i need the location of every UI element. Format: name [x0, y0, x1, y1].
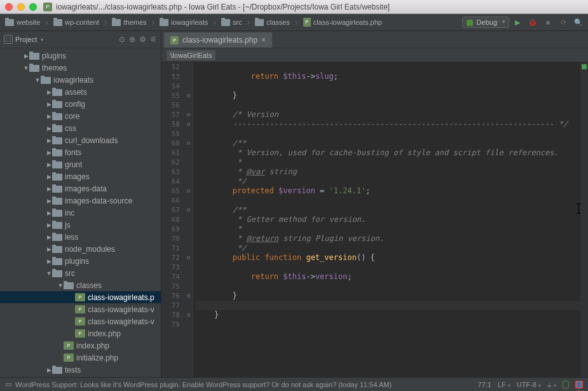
tree-folder[interactable]: less	[0, 231, 161, 243]
readonly-lock-icon[interactable]	[563, 381, 569, 388]
tree-folder[interactable]: images-data	[0, 182, 161, 195]
hide-icon[interactable]: ⚟	[150, 35, 157, 44]
tree-file[interactable]: class-iowagirleats-v	[0, 315, 161, 327]
fold-gutter[interactable]: ⊟⊟⊟⊟⊟⊟⊟⊟⊟	[184, 62, 193, 377]
context-config[interactable]: ⏚	[547, 381, 556, 388]
tree-twisty-icon[interactable]	[46, 89, 52, 95]
tree-twisty-icon[interactable]	[46, 149, 52, 156]
tree-twisty-icon[interactable]	[23, 65, 29, 71]
tree-folder[interactable]: inc	[0, 207, 161, 219]
namespace-crumb[interactable]: \IowaGirlEats	[167, 50, 215, 60]
tree-file[interactable]: index.php	[0, 340, 161, 352]
line-ending[interactable]: LF	[498, 381, 510, 388]
breadcrumb-item[interactable]: website	[3, 17, 51, 27]
folder-icon	[64, 282, 74, 289]
run-config-selector[interactable]: Debug	[462, 17, 509, 28]
tree-folder[interactable]: iowagirleats	[0, 74, 161, 86]
tree-twisty-icon[interactable]	[34, 77, 41, 83]
status-message[interactable]: WordPress Support: Looks like it's WordP…	[15, 381, 478, 388]
folder-icon	[53, 19, 62, 26]
search-button[interactable]: 🔍	[571, 15, 585, 29]
tree-twisty-icon[interactable]	[46, 137, 52, 144]
tree-folder[interactable]: css	[0, 122, 161, 134]
close-window-button[interactable]	[5, 3, 13, 11]
caret-position[interactable]: 77:1	[478, 381, 491, 388]
tree-twisty-icon[interactable]	[46, 174, 52, 180]
breadcrumb-path: websitewp-contentthemesiowagirleatssrccl…	[3, 17, 390, 27]
status-icon[interactable]: ▭	[5, 380, 11, 388]
tree-twisty-icon[interactable]	[23, 53, 29, 59]
tab-active[interactable]: P class-iowagirleats.php ×	[164, 32, 272, 48]
debug-button[interactable]: 🐞	[526, 15, 540, 29]
tree-label: config	[65, 100, 85, 109]
tree-folder[interactable]: fonts	[0, 146, 161, 158]
breadcrumb-item[interactable]: iowagirleats	[157, 17, 219, 27]
breadcrumb-item[interactable]: classes	[252, 17, 300, 27]
tree-folder[interactable]: classes	[0, 279, 161, 291]
tree-twisty-icon[interactable]	[46, 125, 52, 132]
collapse-all-icon[interactable]: ⊙	[119, 35, 125, 44]
tree-twisty-icon[interactable]	[46, 161, 52, 168]
settings-icon[interactable]: ⚙	[139, 35, 146, 44]
tree-folder[interactable]: plugins	[0, 255, 161, 267]
tree-folder[interactable]: images-data-source	[0, 195, 161, 207]
tree-twisty-icon[interactable]	[46, 270, 52, 277]
project-tree[interactable]: pluginsthemesiowagirleatsassetsconfigcor…	[0, 48, 161, 377]
tree-twisty-icon[interactable]	[46, 258, 52, 264]
tree-file[interactable]: initialize.php	[0, 352, 161, 364]
tree-file[interactable]: index.php	[0, 327, 161, 340]
folder-icon	[52, 246, 62, 253]
tree-folder[interactable]: grunt	[0, 158, 161, 170]
tree-label: plugins	[42, 51, 66, 60]
locate-icon[interactable]: ⊕	[129, 35, 135, 44]
breadcrumb-file[interactable]: Pclass-iowagirleats.php	[301, 18, 390, 27]
tab-close-icon[interactable]: ×	[261, 36, 266, 45]
tree-twisty-icon[interactable]	[46, 113, 52, 120]
folder-icon	[41, 77, 51, 84]
tree-folder[interactable]: themes	[0, 62, 161, 74]
update-button[interactable]: ⟳	[556, 15, 570, 29]
editor-pane: P class-iowagirleats.php × \IowaGirlEats…	[161, 31, 588, 377]
tree-twisty-icon[interactable]	[46, 186, 52, 192]
tree-folder[interactable]: core	[0, 110, 161, 122]
tree-folder[interactable]: tests	[0, 364, 161, 376]
event-log-badge[interactable]: 👤1	[575, 381, 583, 388]
tree-folder[interactable]: config	[0, 98, 161, 110]
tree-twisty-icon[interactable]	[46, 234, 52, 240]
folder-icon	[52, 270, 62, 277]
stop-button[interactable]: ■	[541, 15, 555, 29]
breadcrumb-item[interactable]: wp-content	[51, 17, 109, 27]
tree-folder[interactable]: images	[0, 170, 161, 182]
tree-label: fonts	[65, 148, 81, 157]
php-icon	[75, 305, 85, 313]
tree-folder[interactable]: src	[0, 267, 161, 279]
tree-twisty-icon[interactable]	[46, 198, 52, 204]
breadcrumb-item[interactable]: themes	[109, 17, 157, 27]
tree-folder[interactable]: plugins	[0, 50, 161, 62]
tree-folder[interactable]: assets	[0, 86, 161, 98]
run-button[interactable]: ▶	[510, 15, 524, 29]
breadcrumb-item[interactable]: src	[219, 17, 252, 27]
tree-file[interactable]: class-iowagirleats.p	[0, 291, 161, 303]
tree-twisty-icon[interactable]	[46, 222, 52, 228]
code-editor[interactable]: 5253545556575859606162636465666768697071…	[161, 62, 588, 377]
tree-folder[interactable]: node_modules	[0, 243, 161, 255]
breadcrumb-label: classes	[266, 18, 290, 26]
zoom-window-button[interactable]	[29, 3, 37, 11]
tree-folder[interactable]: curl_downloads	[0, 134, 161, 146]
tree-twisty-icon[interactable]	[46, 101, 52, 107]
code-content[interactable]: return $this->slug; } /* Version -------…	[193, 62, 588, 377]
file-type-icon: P	[43, 3, 52, 11]
tree-twisty-icon[interactable]	[57, 282, 64, 289]
tree-folder[interactable]: js	[0, 219, 161, 231]
window-titlebar: P iowagirleats/.../class-iowagirleats.ph…	[0, 0, 588, 14]
scroll-marker[interactable]	[580, 62, 588, 377]
tree-twisty-icon[interactable]	[46, 210, 52, 216]
tree-file[interactable]: class-iowagirleats-v	[0, 303, 161, 315]
file-encoding[interactable]: UTF-8	[517, 381, 541, 388]
tree-twisty-spacer	[57, 355, 64, 361]
sidebar-title[interactable]: Project	[15, 36, 43, 43]
tree-twisty-icon[interactable]	[46, 246, 52, 252]
tree-twisty-icon[interactable]	[46, 367, 52, 373]
minimize-window-button[interactable]	[17, 3, 25, 11]
